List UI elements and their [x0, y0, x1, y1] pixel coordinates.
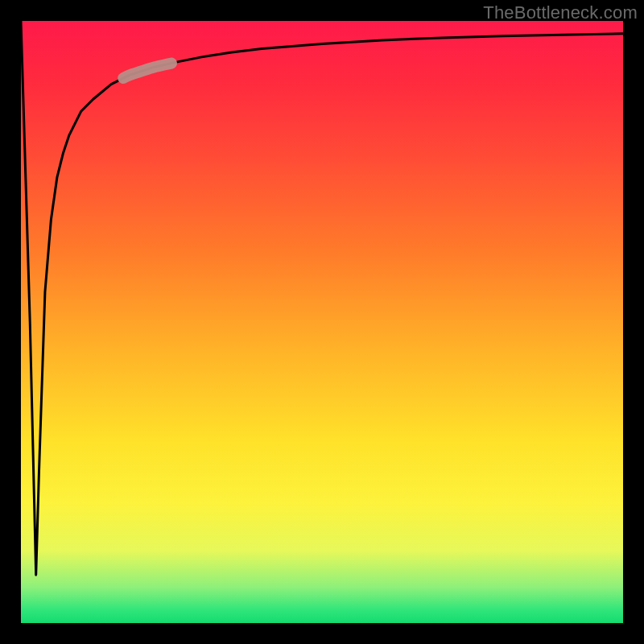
chart-curve-layer [21, 21, 623, 623]
chart-frame: TheBottleneck.com [0, 0, 644, 644]
chart-highlight-segment [123, 64, 171, 79]
chart-plot-area [21, 21, 623, 623]
chart-curve [21, 21, 623, 575]
watermark-text: TheBottleneck.com [483, 2, 638, 23]
